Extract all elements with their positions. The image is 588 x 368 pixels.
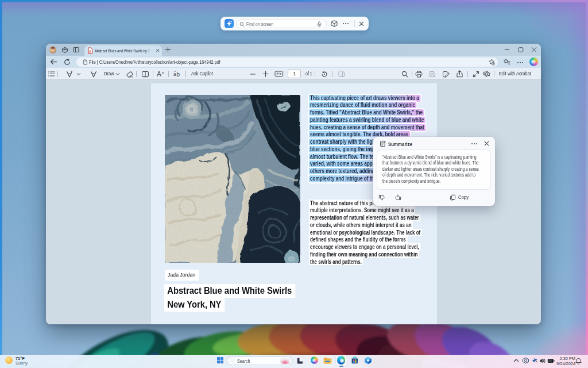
svg-text:a: a — [173, 71, 176, 77]
svg-text:b: b — [177, 71, 180, 78]
